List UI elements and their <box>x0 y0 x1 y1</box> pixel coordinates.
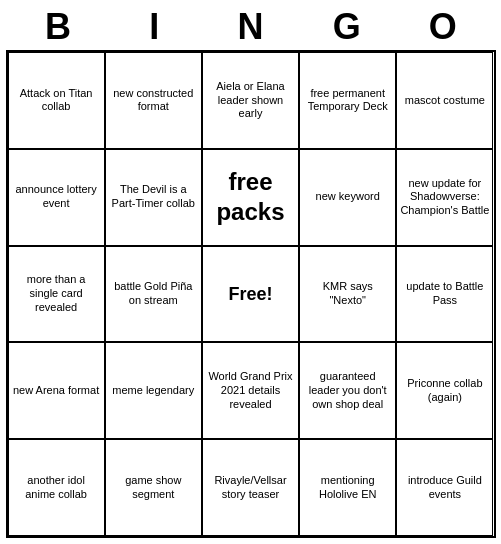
letter-g: G <box>307 6 387 48</box>
cell-r3c2: World Grand Prix 2021 details revealed <box>202 342 299 439</box>
letter-o: O <box>403 6 483 48</box>
cell-r2c3: KMR says "Nexto" <box>299 246 396 343</box>
cell-r2c1: battle Gold Piña on stream <box>105 246 202 343</box>
cell-r0c4: mascot costume <box>396 52 493 149</box>
cell-r0c2: Aiela or Elana leader shown early <box>202 52 299 149</box>
cell-r4c0: another idol anime collab <box>8 439 105 536</box>
bingo-title: B I N G O <box>0 0 501 50</box>
cell-r3c4: Priconne collab (again) <box>396 342 493 439</box>
cell-r1c1: The Devil is a Part-Timer collab <box>105 149 202 246</box>
cell-r4c1: game show segment <box>105 439 202 536</box>
cell-r4c4: introduce Guild events <box>396 439 493 536</box>
cell-r1c2: free packs <box>202 149 299 246</box>
cell-r0c0: Attack on Titan collab <box>8 52 105 149</box>
cell-r2c4: update to Battle Pass <box>396 246 493 343</box>
cell-r0c3: free permanent Temporary Deck <box>299 52 396 149</box>
bingo-grid: Attack on Titan collab new constructed f… <box>6 50 496 538</box>
cell-r3c0: new Arena format <box>8 342 105 439</box>
letter-n: N <box>210 6 290 48</box>
cell-r3c1: meme legendary <box>105 342 202 439</box>
letter-b: B <box>18 6 98 48</box>
cell-r0c1: new constructed format <box>105 52 202 149</box>
cell-r1c0: announce lottery event <box>8 149 105 246</box>
cell-r1c3: new keyword <box>299 149 396 246</box>
cell-r3c3: guaranteed leader you don't own shop dea… <box>299 342 396 439</box>
cell-r1c4: new update for Shadowverse: Champion's B… <box>396 149 493 246</box>
cell-r2c2: Free! <box>202 246 299 343</box>
letter-i: I <box>114 6 194 48</box>
cell-r2c0: more than a single card revealed <box>8 246 105 343</box>
cell-r4c2: Rivayle/Vellsar story teaser <box>202 439 299 536</box>
cell-r4c3: mentioning Hololive EN <box>299 439 396 536</box>
